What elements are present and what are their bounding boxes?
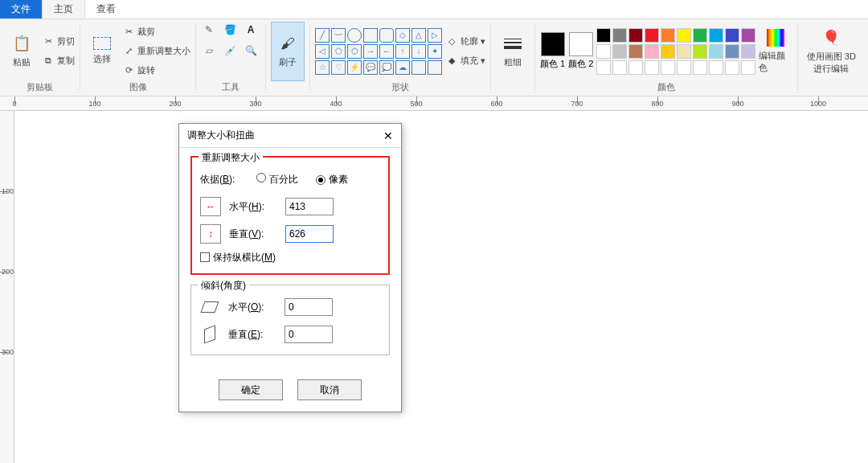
- palette-swatch[interactable]: [709, 28, 723, 43]
- outline-dd[interactable]: ◇ 轮廓 ▾: [445, 33, 485, 51]
- group-clipboard: 📋 粘贴 ✂ 剪切 ⧉ 复制 剪贴板: [0, 19, 80, 96]
- paste-button[interactable]: 📋 粘贴: [5, 22, 39, 81]
- canvas[interactable]: [14, 111, 868, 463]
- palette-swatch[interactable]: [709, 60, 723, 75]
- palette-swatch[interactable]: [661, 28, 675, 43]
- color1-button[interactable]: 颜色 1: [540, 32, 565, 70]
- palette-swatch[interactable]: [612, 28, 627, 43]
- resize-v-icon: ↕: [200, 224, 221, 244]
- resize-h-label: 水平(H):: [229, 200, 277, 214]
- ruler-tick: 900: [731, 100, 743, 108]
- close-icon[interactable]: ✕: [383, 129, 393, 142]
- select-button[interactable]: 选择: [85, 22, 119, 81]
- palette-swatch[interactable]: [741, 60, 755, 75]
- shape-gallery[interactable]: ╱〰◇△▷ ◁⬠⬡→←↑↓✦ ☆♡⚡💬💭☁: [315, 28, 442, 75]
- tab-file[interactable]: 文件: [0, 0, 42, 18]
- edit-colors-button[interactable]: 编辑颜色: [759, 22, 792, 81]
- palette-swatch[interactable]: [693, 28, 707, 43]
- resize-v-input[interactable]: [285, 225, 334, 243]
- tab-view[interactable]: 查看: [85, 0, 127, 18]
- ruler-tick: 200: [169, 100, 181, 108]
- palette-swatch[interactable]: [677, 28, 691, 43]
- palette-swatch[interactable]: [628, 60, 643, 75]
- palette-swatch[interactable]: [596, 60, 611, 75]
- palette-swatch[interactable]: [661, 44, 675, 59]
- resize-button[interactable]: ⤢ 重新调整大小: [122, 43, 190, 60]
- palette-swatch[interactable]: [645, 44, 659, 59]
- group-tools: ✎ 🪣 A ▱ 💉 🔍 工具: [196, 19, 265, 96]
- ruler-tick: 100: [88, 100, 100, 108]
- scissors-icon: ✂: [42, 35, 55, 48]
- ok-button[interactable]: 确定: [219, 379, 283, 400]
- copy-icon: ⧉: [42, 55, 55, 68]
- clipboard-icon: 📋: [12, 34, 31, 53]
- copy-button[interactable]: ⧉ 复制: [42, 52, 75, 70]
- resize-h-input[interactable]: [285, 198, 334, 215]
- palette-swatch[interactable]: [661, 60, 675, 75]
- palette-swatch[interactable]: [741, 44, 755, 59]
- by-label: 依据(B):: [200, 173, 248, 186]
- group-shapes: ╱〰◇△▷ ◁⬠⬡→←↑↓✦ ☆♡⚡💬💭☁ ◇ 轮廓 ▾ ◆ 填充 ▾ 形状: [310, 19, 490, 96]
- skew-fieldset: 倾斜(角度) 水平(O): 垂直(E):: [190, 285, 390, 355]
- eraser-tool[interactable]: ▱: [201, 43, 217, 59]
- skew-h-input[interactable]: [285, 298, 333, 316]
- palette-swatch[interactable]: [596, 44, 611, 59]
- palette-swatch[interactable]: [677, 60, 691, 75]
- group-colors: 颜色 1 颜色 2 编辑颜色 颜色: [535, 19, 797, 96]
- eyedropper-tool[interactable]: 💉: [222, 43, 238, 59]
- fill-dd[interactable]: ◆ 填充 ▾: [445, 52, 485, 70]
- dialog-title: 调整大小和扭曲: [187, 129, 255, 142]
- outline-icon: ◇: [445, 35, 458, 48]
- palette-swatch[interactable]: [612, 44, 627, 59]
- palette-swatch[interactable]: [645, 60, 659, 75]
- palette-swatch[interactable]: [725, 44, 739, 59]
- palette-swatch[interactable]: [628, 44, 643, 59]
- resize-h-icon: ↔: [200, 197, 221, 216]
- stroke-button[interactable]: 粗细: [496, 22, 530, 81]
- color2-button[interactable]: 颜色 2: [568, 32, 593, 70]
- palette-swatch[interactable]: [628, 28, 643, 43]
- palette-swatch[interactable]: [741, 28, 755, 43]
- ruler-tick: 0: [12, 100, 16, 108]
- by-row: 依据(B): 百分比 像素: [200, 166, 380, 193]
- brush-icon: 🖌: [278, 34, 297, 53]
- resize-icon: ⤢: [122, 45, 135, 58]
- magnifier-tool[interactable]: 🔍: [243, 43, 259, 59]
- ruler-tick: 200: [2, 268, 14, 276]
- dialog-titlebar[interactable]: 调整大小和扭曲 ✕: [179, 124, 401, 148]
- tab-home[interactable]: 主页: [42, 0, 85, 18]
- palette-swatch[interactable]: [725, 60, 739, 75]
- skew-legend: 倾斜(角度): [198, 279, 249, 293]
- palette-swatch[interactable]: [725, 28, 739, 43]
- palette-swatch[interactable]: [596, 28, 611, 43]
- palette-swatch[interactable]: [677, 44, 691, 59]
- stroke-icon: [504, 34, 522, 53]
- aspect-checkbox[interactable]: 保持纵横比(M): [200, 251, 276, 264]
- palette-swatch[interactable]: [693, 60, 707, 75]
- group-label-image: 图像: [85, 81, 190, 94]
- palette-swatch[interactable]: [693, 44, 707, 59]
- vertical-ruler: 100200300500: [0, 111, 14, 463]
- radio-percent[interactable]: 百分比: [256, 173, 298, 186]
- rotate-icon: ⟳: [122, 64, 135, 77]
- color2-swatch: [569, 32, 593, 56]
- paint3d-button[interactable]: 🎈 使用画图 3D 进行编辑: [803, 22, 859, 81]
- rotate-button[interactable]: ⟳ 旋转: [122, 62, 190, 80]
- palette-swatch[interactable]: [709, 44, 723, 59]
- pencil-tool[interactable]: ✎: [201, 22, 217, 38]
- color-palette[interactable]: [596, 28, 755, 75]
- ruler-tick: 500: [410, 100, 422, 108]
- skew-v-input[interactable]: [285, 326, 333, 343]
- crop-button[interactable]: ✂ 裁剪: [122, 23, 190, 41]
- cut-button[interactable]: ✂ 剪切: [42, 33, 75, 51]
- radio-pixels[interactable]: 像素: [316, 173, 348, 186]
- brush-button[interactable]: 🖌 刷子: [271, 22, 305, 81]
- spectrum-icon: [767, 29, 784, 47]
- cancel-button[interactable]: 取消: [297, 379, 362, 400]
- horizontal-ruler: 0100200300400500600700800900100011001200…: [0, 96, 868, 111]
- bucket-tool[interactable]: 🪣: [222, 22, 238, 38]
- palette-swatch[interactable]: [612, 60, 627, 75]
- group-label-colors: 颜色: [540, 81, 792, 94]
- palette-swatch[interactable]: [645, 28, 659, 43]
- text-tool[interactable]: A: [243, 22, 259, 38]
